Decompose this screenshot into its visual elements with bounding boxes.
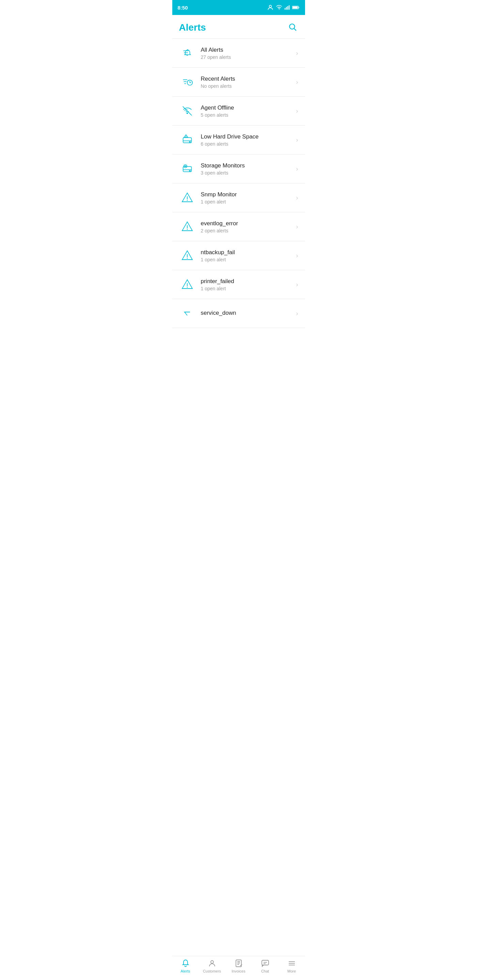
- svg-point-8: [289, 24, 295, 29]
- printer-failed-chevron: ›: [296, 281, 298, 288]
- alert-item-service-down[interactable]: service_down ›: [172, 299, 305, 328]
- nav-alerts-label: Alerts: [180, 969, 190, 973]
- alert-item-printer-failed[interactable]: printer_failed 1 open alert ›: [172, 270, 305, 299]
- nav-customers-icon: [208, 959, 217, 968]
- search-button[interactable]: [287, 21, 298, 34]
- alert-item-ntbackup-fail[interactable]: ntbackup_fail 1 open alert ›: [172, 241, 305, 270]
- svg-point-0: [269, 5, 271, 8]
- agent-offline-icon: [179, 103, 195, 119]
- low-hard-drive-chevron: ›: [296, 137, 298, 143]
- search-icon: [288, 22, 297, 31]
- nav-invoices-label: Invoices: [231, 969, 245, 973]
- svg-rect-7: [292, 6, 298, 8]
- battery-icon: [292, 5, 300, 10]
- agent-offline-text: Agent Offline 5 open alerts: [201, 105, 294, 118]
- svg-point-35: [187, 258, 188, 259]
- account-icon: [267, 4, 274, 11]
- status-time: 8:50: [178, 5, 188, 11]
- printer-failed-sub: 1 open alert: [201, 286, 294, 291]
- ntbackup-fail-icon: [179, 247, 195, 264]
- nav-alerts-icon: [181, 959, 190, 968]
- nav-invoices-icon: [234, 959, 243, 968]
- alerts-list: All Alerts 27 open alerts › Recent Alert…: [172, 39, 305, 372]
- nav-more-icon: [287, 959, 296, 968]
- ntbackup-fail-text: ntbackup_fail 1 open alert: [201, 249, 294, 262]
- svg-line-9: [294, 29, 296, 30]
- eventlog-error-text: eventlog_error 2 open alerts: [201, 220, 294, 234]
- all-alerts-name: All Alerts: [201, 47, 294, 53]
- recent-alerts-sub: No open alerts: [201, 83, 294, 89]
- eventlog-error-icon: [179, 218, 195, 235]
- storage-monitors-chevron: ›: [296, 165, 298, 172]
- nav-item-customers[interactable]: Customers: [199, 959, 225, 973]
- svg-rect-1: [285, 8, 285, 10]
- storage-monitors-sub: 3 open alerts: [201, 170, 294, 176]
- low-hard-drive-text: Low Hard Drive Space 6 open alerts: [201, 134, 294, 147]
- alert-item-agent-offline[interactable]: Agent Offline 5 open alerts ›: [172, 97, 305, 126]
- all-alerts-chevron: ›: [296, 50, 298, 57]
- nav-more-label: More: [287, 969, 296, 973]
- alert-item-storage-monitors[interactable]: Storage Monitors 3 open alerts ›: [172, 154, 305, 183]
- wifi-icon: [276, 5, 282, 10]
- all-alerts-sub: 27 open alerts: [201, 54, 294, 60]
- svg-point-26: [189, 170, 190, 172]
- eventlog-error-sub: 2 open alerts: [201, 228, 294, 234]
- low-hard-drive-icon: [179, 132, 195, 148]
- page-header: Alerts: [172, 15, 305, 39]
- status-icons: [267, 4, 300, 11]
- low-hard-drive-name: Low Hard Drive Space: [201, 134, 294, 140]
- low-hard-drive-sub: 6 open alerts: [201, 141, 294, 147]
- printer-failed-text: printer_failed 1 open alert: [201, 278, 294, 291]
- nav-item-invoices[interactable]: Invoices: [225, 959, 252, 973]
- storage-monitors-icon: [179, 161, 195, 177]
- svg-rect-3: [287, 6, 288, 10]
- eventlog-error-name: eventlog_error: [201, 220, 294, 227]
- svg-rect-40: [262, 960, 269, 965]
- nav-customers-label: Customers: [203, 969, 221, 973]
- alert-item-all-alerts[interactable]: All Alerts 27 open alerts ›: [172, 39, 305, 68]
- nav-chat-icon: [261, 959, 270, 968]
- snmp-monitor-chevron: ›: [296, 194, 298, 202]
- all-alerts-text: All Alerts 27 open alerts: [201, 47, 294, 60]
- svg-point-21: [189, 142, 190, 143]
- snmp-monitor-icon: [179, 189, 195, 206]
- service-down-icon: [179, 305, 195, 321]
- status-bar: 8:50: [172, 0, 305, 15]
- bottom-nav: Alerts Customers Invoices: [172, 956, 305, 980]
- eventlog-error-chevron: ›: [296, 223, 298, 231]
- alert-item-low-hard-drive[interactable]: Low Hard Drive Space 6 open alerts ›: [172, 126, 305, 154]
- storage-monitors-text: Storage Monitors 3 open alerts: [201, 162, 294, 176]
- alert-item-eventlog-error[interactable]: eventlog_error 2 open alerts ›: [172, 212, 305, 241]
- signal-icon: [285, 5, 290, 10]
- page-title: Alerts: [179, 22, 206, 33]
- ntbackup-fail-sub: 1 open alert: [201, 257, 294, 262]
- svg-point-31: [187, 200, 188, 201]
- ntbackup-fail-name: ntbackup_fail: [201, 249, 294, 256]
- nav-chat-label: Chat: [261, 969, 269, 973]
- nav-item-alerts[interactable]: Alerts: [172, 959, 199, 973]
- agent-offline-name: Agent Offline: [201, 105, 294, 111]
- nav-item-more[interactable]: More: [279, 959, 305, 973]
- svg-rect-4: [289, 5, 289, 10]
- storage-monitors-name: Storage Monitors: [201, 162, 294, 169]
- alert-item-snmp-monitor[interactable]: Snmp Monitor 1 open alert ›: [172, 183, 305, 212]
- service-down-text: service_down: [201, 310, 294, 318]
- printer-failed-icon: [179, 276, 195, 293]
- svg-point-17: [187, 113, 188, 114]
- service-down-name: service_down: [201, 310, 294, 317]
- svg-rect-2: [286, 7, 287, 10]
- recent-alerts-name: Recent Alerts: [201, 76, 294, 82]
- svg-point-37: [187, 287, 188, 288]
- recent-alerts-icon: [179, 74, 195, 90]
- nav-item-chat[interactable]: Chat: [252, 959, 279, 973]
- all-alerts-icon: [179, 45, 195, 61]
- svg-point-38: [211, 961, 214, 963]
- alert-item-recent-alerts[interactable]: Recent Alerts No open alerts ›: [172, 68, 305, 97]
- recent-alerts-text: Recent Alerts No open alerts: [201, 76, 294, 89]
- snmp-monitor-name: Snmp Monitor: [201, 191, 294, 198]
- snmp-monitor-text: Snmp Monitor 1 open alert: [201, 191, 294, 205]
- svg-rect-6: [298, 7, 299, 8]
- ntbackup-fail-chevron: ›: [296, 252, 298, 259]
- agent-offline-chevron: ›: [296, 108, 298, 115]
- printer-failed-name: printer_failed: [201, 278, 294, 285]
